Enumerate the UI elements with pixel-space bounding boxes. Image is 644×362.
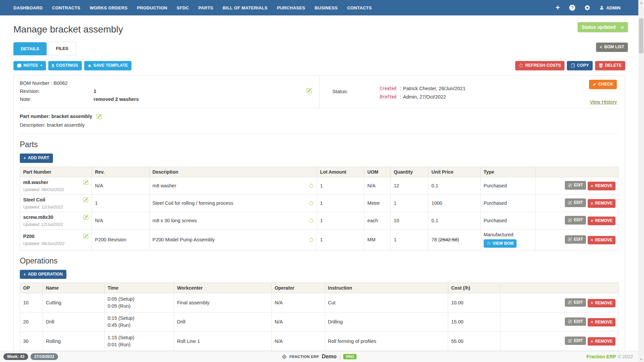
- gear-icon[interactable]: [585, 5, 590, 10]
- remove-part-button[interactable]: ×REMOVE: [588, 182, 615, 190]
- nav-item-works-orders[interactable]: WORKS ORDERS: [85, 5, 132, 10]
- add-part-button[interactable]: + ADD PART: [20, 154, 53, 163]
- undo-icon[interactable]: [309, 237, 314, 242]
- scroll-up-icon[interactable]: ▲: [638, 0, 644, 5]
- save-template-button[interactable]: ★ SAVE TEMPLATE: [84, 61, 132, 70]
- notes-button[interactable]: NOTES ▾: [13, 61, 46, 70]
- operations-column-header: OP: [20, 283, 43, 293]
- nav-item-parts[interactable]: PARTS: [194, 5, 218, 10]
- part-rev-cell: 1: [92, 194, 149, 212]
- part-lot-cell: 1: [317, 229, 364, 250]
- toast-message: Status updated: [582, 24, 615, 30]
- edit-part-icon[interactable]: [83, 234, 89, 239]
- pencil-icon: [568, 339, 572, 343]
- edit-revision-icon[interactable]: [306, 88, 312, 94]
- nav-item-contracts[interactable]: CONTRACTS: [47, 5, 85, 10]
- add-operation-button[interactable]: + ADD OPERATION: [20, 270, 66, 279]
- undo-icon[interactable]: [309, 201, 314, 206]
- nav-item-dashboard[interactable]: DASHBOARD: [9, 5, 47, 10]
- edit-operation-button[interactable]: EDIT: [565, 298, 586, 307]
- copy-button[interactable]: COPY: [567, 61, 592, 70]
- scroll-down-icon[interactable]: ▼: [638, 357, 644, 362]
- nav-item-purchases[interactable]: PURCHASES: [272, 5, 310, 10]
- nav-item-sfdc[interactable]: SFDC: [172, 5, 194, 10]
- edit-part-button[interactable]: EDIT: [565, 235, 586, 244]
- trash-icon: [599, 63, 603, 68]
- edit-part-icon[interactable]: [83, 180, 89, 185]
- operations-column-header: [500, 283, 619, 293]
- part-type-cell: ManufacturedVIEW BOM: [480, 229, 535, 250]
- part-updated-date: Updated: 12/Jul/2022: [23, 222, 89, 227]
- edit-part-button[interactable]: EDIT: [565, 198, 586, 207]
- part-description: Steel Coil for rolling / forming process: [153, 200, 233, 206]
- undo-icon[interactable]: [309, 183, 314, 188]
- operations-table-row: 10Cutting0:05 (Setup)0:05 (Run)Final ass…: [20, 293, 619, 312]
- edit-operation-button[interactable]: EDIT: [565, 317, 586, 326]
- part-type: Purchased: [484, 183, 532, 188]
- op-operator-cell: N/A: [271, 293, 325, 312]
- nav-item-business[interactable]: BUSINESS: [310, 5, 342, 10]
- op-time-cell: 1:15 (Setup)0:01 (Run): [104, 331, 174, 351]
- bom-list-button[interactable]: < BOM LIST: [596, 43, 628, 52]
- part-description-cell: m8 x 30 long screws: [149, 212, 317, 229]
- op-name-cell: Drill: [43, 312, 104, 331]
- vertical-scrollbar[interactable]: ▲ ▼: [638, 0, 644, 362]
- part-description-cell: Steel Coil for rolling / forming process: [149, 194, 317, 212]
- check-button[interactable]: ✔ CHECK: [589, 80, 617, 89]
- nav-item-contacts[interactable]: CONTACTS: [342, 5, 377, 10]
- refresh-costs-button[interactable]: REFRESH COSTS: [515, 61, 565, 70]
- remove-operation-button[interactable]: ×REMOVE: [588, 318, 615, 326]
- plus-icon: +: [23, 156, 26, 160]
- nav-utilities: + ? ADMIN: [556, 4, 621, 11]
- close-icon[interactable]: ×: [621, 25, 624, 30]
- view-history-link[interactable]: View History: [590, 99, 617, 105]
- part-unit-price-cell: 78 (2542.58): [428, 229, 480, 250]
- operations-table: OPNameTimeWorkcenterOperatorInstructionC…: [20, 283, 619, 362]
- undo-icon[interactable]: [309, 218, 314, 223]
- toolbar: NOTES ▾ $ COSTINGS ★ SAVE TEMPLATE REFRE…: [13, 61, 625, 70]
- tab-files[interactable]: FILES: [48, 42, 76, 55]
- part-description-cell: m8 washer: [149, 177, 317, 194]
- delete-button[interactable]: DELETE: [595, 61, 625, 70]
- remove-part-button[interactable]: ×REMOVE: [588, 199, 615, 207]
- nav-item-production[interactable]: PRODUCTION: [132, 5, 172, 10]
- edit-part-icon[interactable]: [83, 197, 89, 202]
- pencil-icon: [568, 201, 572, 205]
- add-icon[interactable]: +: [556, 4, 560, 11]
- edit-part-button[interactable]: EDIT: [565, 216, 586, 224]
- copyright-text: © 2022: [618, 354, 633, 359]
- help-icon[interactable]: ?: [569, 5, 575, 11]
- op-setup-time: 0:15 (Setup): [108, 315, 171, 322]
- parts-column-header: Description: [149, 167, 317, 177]
- edit-operation-button-label: EDIT: [574, 300, 583, 305]
- remove-operation-button[interactable]: ×REMOVE: [588, 299, 615, 307]
- scrollbar-thumb[interactable]: [639, 18, 643, 53]
- parts-column-header: [535, 167, 619, 177]
- edit-part-icon[interactable]: [83, 215, 89, 220]
- note-value: removed 2 washers: [94, 97, 139, 102]
- remove-operation-button[interactable]: ×REMOVE: [588, 337, 615, 346]
- edit-part-button[interactable]: EDIT: [565, 181, 586, 189]
- remove-part-button[interactable]: ×REMOVE: [588, 217, 615, 225]
- part-qty-cell: 10: [390, 212, 428, 229]
- tab-details[interactable]: DETAILS: [13, 42, 47, 55]
- user-menu[interactable]: ADMIN: [599, 5, 621, 10]
- part-type-cell: Purchased: [480, 194, 535, 212]
- costings-button[interactable]: $ COSTINGS: [48, 61, 82, 70]
- part-rev-cell: N/A: [92, 177, 149, 194]
- part-updated-date: Updated: 06/Jun/2022: [23, 241, 89, 246]
- remove-operation-button-label: REMOVE: [595, 320, 612, 324]
- edit-part-button-label: EDIT: [574, 218, 583, 222]
- op-time-cell: 0:15 (Setup)0:45 (Run): [104, 312, 174, 331]
- part-uom-cell: N/A: [364, 177, 391, 194]
- edit-part-number-icon[interactable]: [96, 114, 102, 119]
- page: DASHBOARDCONTRACTSWORKS ORDERSPRODUCTION…: [0, 0, 644, 362]
- view-bom-button[interactable]: VIEW BOM: [484, 239, 517, 248]
- operations-column-header: Name: [43, 283, 104, 293]
- remove-part-button[interactable]: ×REMOVE: [588, 236, 615, 244]
- status-block: Status: Created : Patrick Chester, 28/Ju…: [319, 76, 619, 108]
- edit-operation-button[interactable]: EDIT: [565, 337, 586, 345]
- nav-item-bill-of-materials[interactable]: BILL OF MATERIALS: [218, 5, 272, 10]
- refresh-icon: [519, 63, 523, 68]
- pencil-icon: [568, 218, 572, 222]
